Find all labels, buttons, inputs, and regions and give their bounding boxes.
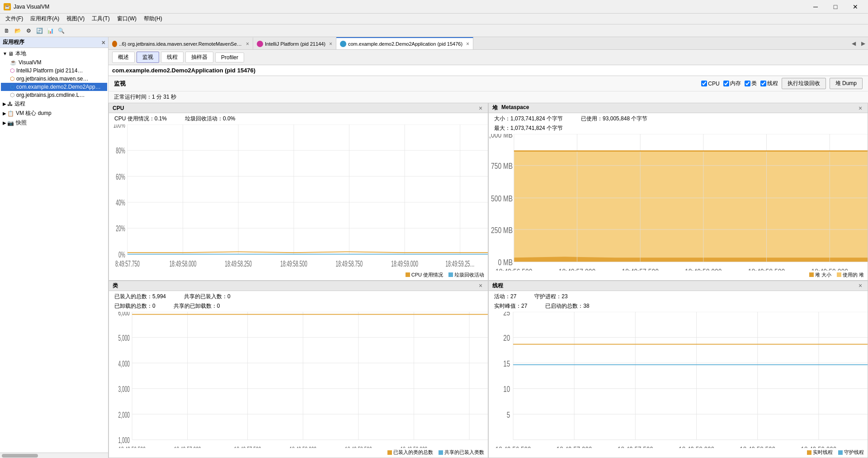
threads-checkbox[interactable]	[760, 81, 766, 86]
tab-label-maven: ..6) org.jetbrains.idea.maven.server.Rem…	[119, 41, 242, 47]
svg-text:18:49:59.000: 18:49:59.000	[391, 259, 418, 268]
subtab-monitor[interactable]: 监视	[137, 52, 159, 63]
classes-checkbox[interactable]	[745, 81, 750, 86]
svg-text:18:49:58.500: 18:49:58.500	[345, 444, 372, 448]
tabs-bar: ..6) org.jetbrains.idea.maven.server.Rem…	[108, 37, 868, 50]
svg-text:750 MB: 750 MB	[491, 161, 513, 171]
legend-live-color	[807, 450, 811, 455]
tree-snapshots[interactable]: ▶ 📷 快照	[1, 118, 107, 128]
heap-stats: 大小：1,073,741,824 个字节 已使用：93,005,848 个字节	[489, 113, 868, 124]
cpu-chart-header: CPU ×	[109, 103, 488, 113]
threads-chart-close[interactable]: ×	[857, 282, 864, 289]
tree-vm-dump[interactable]: ▶ 📋 VM 核心 dump	[1, 109, 107, 118]
toolbar-btn5[interactable]: 📊	[45, 26, 55, 36]
tab-close-intellij[interactable]: ×	[329, 41, 332, 47]
app-icon-intellij: ⬡	[10, 67, 14, 74]
heap-dump-button[interactable]: 堆 Dump	[830, 78, 863, 89]
subtab-overview[interactable]: 概述	[112, 52, 135, 63]
tab-close-demo[interactable]: ×	[466, 41, 469, 47]
legend-classes-total-color	[387, 450, 392, 455]
memory-checkbox-label[interactable]: 内存	[723, 80, 741, 87]
tree-visualvm[interactable]: ☕ VisualVM	[1, 58, 107, 67]
legend-cpu-label: CPU 使用情况	[411, 272, 443, 278]
heap-chart-header: 堆 Metaspace ×	[489, 103, 868, 113]
toolbar-open[interactable]: 📂	[13, 26, 23, 36]
menu-window[interactable]: 窗口(W)	[113, 14, 140, 24]
svg-text:3,000: 3,000	[118, 384, 130, 393]
tree-intellij[interactable]: ⬡ IntelliJ Platform (pid 2114…	[1, 67, 107, 75]
threads-stats-row2: 实时峰值：27 已启动的总数：38	[489, 302, 868, 312]
legend-heap-used: 使用的 堆	[837, 272, 864, 278]
subtab-profiler[interactable]: Profiler	[215, 52, 244, 62]
classes-stats-row1: 已装入的总数：5,994 共享的已装入数：0	[109, 291, 488, 302]
tree-remote-folder[interactable]: ▶ 🖧 远程	[1, 99, 107, 109]
expand-arrow-vm: ▶	[3, 111, 6, 116]
svg-text:18:49:58.500: 18:49:58.500	[740, 444, 775, 448]
tree-demo-app[interactable]: ⬡ com.example.demo2.Demo2App…	[1, 83, 107, 91]
tree-local-folder[interactable]: ▼ 🖥 本地	[1, 49, 107, 58]
tree-remote-label: 远程	[14, 100, 25, 108]
left-scrollbar[interactable]	[0, 453, 108, 458]
cpu-chart-body: 100% 80% 60% 40% 20% 0% 8:49:57.750	[109, 124, 488, 271]
threads-checkbox-label[interactable]: 线程	[760, 80, 778, 87]
svg-text:15: 15	[503, 358, 510, 368]
menu-tools[interactable]: 工具(T)	[88, 14, 113, 24]
svg-text:0 MB: 0 MB	[498, 258, 513, 267]
close-button[interactable]: ✕	[846, 1, 864, 12]
svg-text:18:49:58.250: 18:49:58.250	[225, 259, 252, 268]
monitor-header: 监视 CPU 内存 类 线程	[108, 76, 868, 91]
menu-app[interactable]: 应用程序(A)	[27, 14, 63, 24]
maximize-button[interactable]: □	[826, 1, 844, 12]
heap-chart-close[interactable]: ×	[857, 105, 864, 112]
menu-help[interactable]: 帮助(H)	[140, 14, 166, 24]
legend-gc-color	[448, 272, 453, 277]
app-full-title: com.example.demo2.Demo2Application (pid …	[112, 67, 255, 74]
legend-heap-used-label: 使用的 堆	[843, 272, 864, 278]
subtab-sampler[interactable]: 抽样器	[185, 52, 213, 63]
tree-jps-label: org.jetbrains.jps.cmdline.L…	[16, 92, 85, 98]
menu-file[interactable]: 文件(F)	[2, 14, 27, 24]
tree-jps[interactable]: ⬡ org.jetbrains.jps.cmdline.L…	[1, 91, 107, 99]
svg-text:18:49:58.500: 18:49:58.500	[748, 267, 785, 271]
tab-nav-left[interactable]: ◀	[849, 37, 859, 49]
legend-classes-total-label: 已装入的类的总数	[393, 449, 433, 456]
tab-label-intellij: IntelliJ Platform (pid 21144)	[265, 41, 326, 47]
gc-button[interactable]: 执行垃圾回收	[782, 78, 826, 89]
toolbar-btn4[interactable]: 🔄	[34, 26, 44, 36]
svg-marker-26	[514, 151, 868, 262]
menu-view[interactable]: 视图(V)	[63, 14, 88, 24]
toolbar-btn3[interactable]: ⚙	[24, 26, 33, 36]
cpu-checkbox[interactable]	[701, 81, 707, 86]
classes-chart-svg: 6,000 5,000 4,000 3,000 2,000 1,000 18:4…	[109, 312, 488, 448]
legend-cpu-color	[406, 272, 410, 277]
svg-text:500 MB: 500 MB	[491, 194, 513, 204]
tab-demo-app[interactable]: com.example.demo2.Demo2Application (pid …	[336, 37, 473, 49]
cpu-gc-stat: 垃圾回收活动：0.0%	[185, 115, 235, 123]
legend-cpu-usage: CPU 使用情况	[406, 272, 443, 278]
tab-nav-right[interactable]: ▶	[859, 37, 868, 49]
cpu-chart-close[interactable]: ×	[477, 105, 484, 112]
app-icon-demo: ⬡	[10, 84, 14, 90]
folder-icon-local: 🖥	[8, 51, 14, 57]
heap-max-stat: 最大：1,073,741,824 个字节	[494, 124, 563, 132]
expand-arrow-remote: ▶	[3, 101, 6, 106]
cpu-legend: CPU 使用情况 垃圾回收活动	[109, 271, 488, 280]
classes-chart-close[interactable]: ×	[477, 282, 484, 289]
tab-intellij[interactable]: IntelliJ Platform (pid 21144) ×	[253, 37, 336, 49]
toolbar-new[interactable]: 🗎	[2, 26, 12, 36]
legend-heap-size-color	[809, 272, 814, 277]
minimize-button[interactable]: ─	[807, 1, 825, 12]
tree-maven[interactable]: ⬡ org.jetbrains.idea.maven.se…	[1, 75, 107, 83]
tree-vm-label: VM 核心 dump	[16, 110, 52, 117]
subtab-threads[interactable]: 线程	[161, 52, 184, 63]
tree-visualvm-label: VisualVM	[19, 59, 41, 66]
tab-close-maven[interactable]: ×	[246, 41, 249, 47]
svg-text:18:49:56.500: 18:49:56.500	[495, 444, 531, 448]
tab-maven[interactable]: ..6) org.jetbrains.idea.maven.server.Rem…	[108, 37, 253, 49]
toolbar-btn6[interactable]: 🔍	[56, 26, 66, 36]
classes-checkbox-label[interactable]: 类	[745, 80, 757, 87]
left-panel-close[interactable]: ×	[102, 39, 105, 46]
cpu-checkbox-label[interactable]: CPU	[701, 81, 719, 87]
legend-classes-shared: 共享的已装入类数	[439, 449, 484, 456]
memory-checkbox[interactable]	[723, 81, 729, 86]
